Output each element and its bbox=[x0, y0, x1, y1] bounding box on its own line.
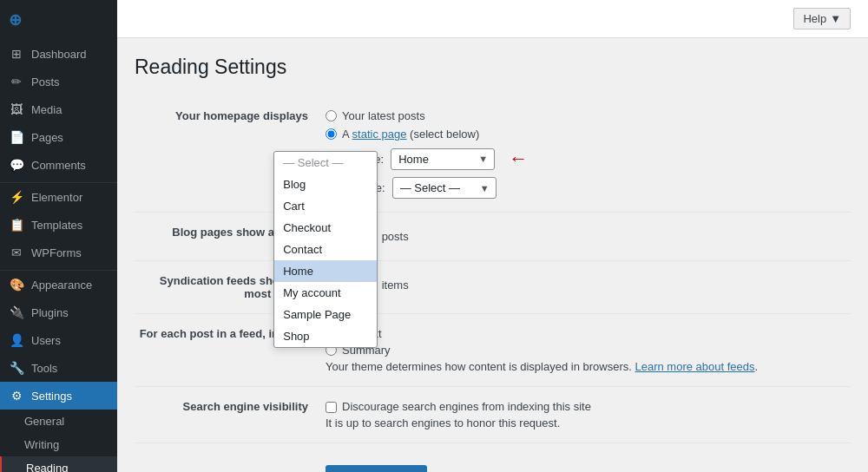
dropdown-option-home[interactable]: Home bbox=[274, 260, 377, 282]
save-row: Save Changes bbox=[135, 443, 851, 473]
main-area: Help ▼ Reading Settings Your homepage di… bbox=[117, 0, 868, 472]
topbar: Help ▼ bbox=[117, 0, 868, 38]
learn-more-link[interactable]: Learn more about feeds bbox=[635, 360, 755, 373]
wpforms-icon: ✉ bbox=[9, 246, 24, 259]
users-icon: 👤 bbox=[9, 333, 24, 347]
sidebar-item-settings[interactable]: ⚙ Settings bbox=[0, 382, 117, 410]
settings-icon: ⚙ bbox=[9, 389, 24, 403]
blog-pages-td: posts bbox=[326, 213, 851, 261]
search-engine-td: Discourage search engines from indexing … bbox=[326, 387, 851, 443]
search-engine-checkbox[interactable] bbox=[326, 402, 337, 413]
sidebar-item-users[interactable]: 👤 Users bbox=[0, 326, 117, 354]
summary-option[interactable]: Summary bbox=[326, 344, 851, 357]
posts-page-select-wrapper: — Select — ▼ bbox=[392, 177, 496, 199]
sidebar: ⊕ ⊞ Dashboard ✏ Posts 🖼 Media 📄 Pages 💬 … bbox=[0, 0, 117, 472]
chevron-down-icon: ▼ bbox=[830, 12, 841, 25]
search-engine-checkbox-label: Discourage search engines from indexing … bbox=[342, 400, 591, 413]
sidebar-item-label: Settings bbox=[31, 390, 72, 403]
tools-icon: 🔧 bbox=[9, 361, 24, 375]
feed-theme-note: Your theme determines how content is dis… bbox=[326, 360, 851, 373]
latest-posts-label: Your latest posts bbox=[342, 109, 425, 122]
dropdown-option-select[interactable]: — Select — bbox=[274, 152, 377, 174]
dropdown-option-sample-page[interactable]: Sample Page bbox=[274, 304, 377, 325]
settings-table: Your homepage displays Your latest posts… bbox=[135, 96, 851, 472]
latest-posts-radio[interactable] bbox=[326, 110, 337, 121]
sidebar-item-comments[interactable]: 💬 Comments bbox=[0, 151, 117, 179]
sidebar-item-label: WPForms bbox=[31, 246, 82, 259]
search-engine-note: It is up to search engines to honor this… bbox=[326, 416, 851, 429]
submenu-general[interactable]: General bbox=[0, 410, 117, 433]
wp-icon: ⊕ bbox=[9, 10, 22, 30]
static-page-radio[interactable] bbox=[326, 128, 337, 140]
sidebar-item-label: Comments bbox=[31, 159, 86, 172]
site-logo[interactable]: ⊕ bbox=[0, 0, 117, 40]
appearance-icon: 🎨 bbox=[9, 278, 24, 292]
sidebar-item-elementor[interactable]: ⚡ Elementor bbox=[0, 183, 117, 211]
static-page-option[interactable]: A static page (select below) bbox=[326, 128, 851, 141]
sidebar-item-label: Posts bbox=[31, 75, 60, 88]
content-area: Reading Settings Your homepage displays … bbox=[117, 38, 868, 472]
homepage-dropdown-list[interactable]: — Select —BlogCartCheckoutContactHomeMy … bbox=[273, 151, 378, 348]
sidebar-item-plugins[interactable]: 🔌 Plugins bbox=[0, 298, 117, 326]
page-title: Reading Settings bbox=[135, 56, 851, 79]
posts-page-row: Posts page: — Select — ▼ bbox=[326, 177, 851, 199]
pages-icon: 📄 bbox=[9, 130, 24, 144]
feed-include-row: For each post in a feed, include Full te… bbox=[135, 314, 851, 387]
sidebar-item-appearance[interactable]: 🎨 Appearance bbox=[0, 271, 117, 298]
dashboard-icon: ⊞ bbox=[9, 47, 24, 61]
full-text-option[interactable]: Full text bbox=[326, 327, 851, 340]
sidebar-item-label: Media bbox=[31, 103, 62, 116]
sidebar-item-label: Dashboard bbox=[31, 48, 87, 61]
syndication-td: items bbox=[326, 261, 851, 314]
sidebar-item-label: Tools bbox=[31, 362, 57, 375]
help-button[interactable]: Help ▼ bbox=[793, 8, 851, 30]
sidebar-item-label: Plugins bbox=[31, 306, 69, 319]
sidebar-item-posts[interactable]: ✏ Posts bbox=[0, 68, 117, 95]
blog-pages-suffix: posts bbox=[382, 230, 409, 243]
search-engine-checkbox-row[interactable]: Discourage search engines from indexing … bbox=[326, 400, 851, 413]
sidebar-item-templates[interactable]: 📋 Templates bbox=[0, 211, 117, 239]
dropdown-option-cart[interactable]: Cart bbox=[274, 195, 377, 217]
comments-icon: 💬 bbox=[9, 158, 24, 172]
static-page-label: A static page (select below) bbox=[342, 128, 479, 141]
sidebar-item-label: Appearance bbox=[31, 279, 92, 292]
sidebar-item-dashboard[interactable]: ⊞ Dashboard bbox=[0, 40, 117, 68]
dropdown-option-my-account[interactable]: My account bbox=[274, 282, 377, 304]
elementor-icon: ⚡ bbox=[9, 190, 24, 204]
sidebar-item-label: Templates bbox=[31, 219, 82, 232]
search-engine-row: Search engine visibility Discourage sear… bbox=[135, 387, 851, 443]
templates-icon: 📋 bbox=[9, 218, 24, 232]
sidebar-item-pages[interactable]: 📄 Pages bbox=[0, 123, 117, 151]
sidebar-item-label: Users bbox=[31, 334, 61, 347]
homepage-displays-row: Your homepage displays Your latest posts… bbox=[135, 96, 851, 213]
red-arrow-indicator: ← bbox=[509, 148, 528, 170]
latest-posts-option[interactable]: Your latest posts bbox=[326, 109, 851, 122]
posts-page-select[interactable]: — Select — bbox=[392, 177, 496, 199]
sidebar-item-label: Pages bbox=[31, 131, 63, 144]
sidebar-item-media[interactable]: 🖼 Media bbox=[0, 95, 117, 123]
search-engine-label: Search engine visibility bbox=[135, 387, 326, 443]
syndication-suffix: items bbox=[382, 279, 409, 292]
dropdown-option-blog[interactable]: Blog bbox=[274, 174, 377, 195]
homepage-displays-options: Your latest posts A static page (select … bbox=[326, 96, 851, 213]
save-button[interactable]: Save Changes bbox=[326, 465, 427, 472]
sidebar-item-wpforms[interactable]: ✉ WPForms bbox=[0, 239, 117, 266]
dropdown-option-checkout[interactable]: Checkout bbox=[274, 217, 377, 239]
static-page-link[interactable]: static page bbox=[352, 128, 407, 141]
plugins-icon: 🔌 bbox=[9, 305, 24, 319]
help-label: Help bbox=[803, 12, 826, 25]
media-icon: 🖼 bbox=[9, 102, 24, 116]
dropdown-option-shop[interactable]: Shop bbox=[274, 325, 377, 347]
settings-submenu: General Writing Reading Discussion Media… bbox=[0, 410, 117, 472]
sidebar-item-label: Elementor bbox=[31, 191, 82, 204]
homepage-row: Homepage: — Select —BlogCartCheckoutCont… bbox=[326, 148, 851, 170]
submenu-writing[interactable]: Writing bbox=[0, 433, 117, 456]
posts-icon: ✏ bbox=[9, 75, 24, 88]
syndication-row: Syndication feeds show the most recent i… bbox=[135, 261, 851, 314]
homepage-select[interactable]: — Select —BlogCartCheckoutContactHomeMy … bbox=[391, 148, 495, 170]
sidebar-item-tools[interactable]: 🔧 Tools bbox=[0, 354, 117, 382]
submenu-reading[interactable]: Reading bbox=[0, 456, 117, 472]
dropdown-option-contact[interactable]: Contact bbox=[274, 239, 377, 260]
homepage-select-wrapper: — Select —BlogCartCheckoutContactHomeMy … bbox=[391, 148, 495, 170]
blog-pages-row: Blog pages show at most posts bbox=[135, 213, 851, 261]
